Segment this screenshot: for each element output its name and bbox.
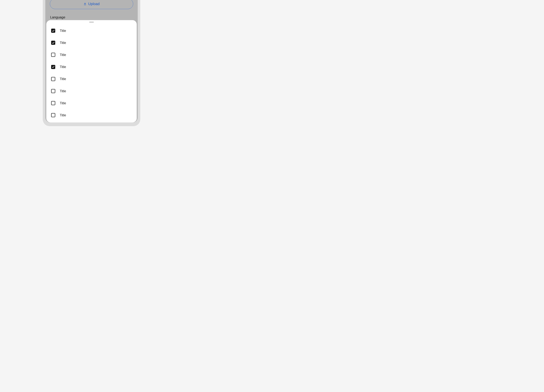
option-row[interactable]: Title — [46, 97, 137, 109]
checkbox-checked-icon[interactable] — [51, 65, 55, 69]
language-section-label: Language — [50, 15, 65, 19]
checkbox-checked-icon[interactable] — [51, 29, 55, 33]
checkbox-unchecked-icon[interactable] — [51, 77, 55, 81]
screen-background: Upload Language TitleTitleTitleTitleTitl… — [45, 0, 138, 122]
option-row[interactable]: Title — [46, 25, 137, 37]
checkbox-unchecked-icon[interactable] — [51, 101, 55, 105]
checkbox-checked-icon[interactable] — [51, 41, 55, 45]
options-list: TitleTitleTitleTitleTitleTitleTitleTitle — [46, 25, 137, 121]
option-row[interactable]: Title — [46, 109, 137, 121]
option-label: Title — [60, 89, 66, 93]
bottom-sheet: TitleTitleTitleTitleTitleTitleTitleTitle — [46, 20, 137, 122]
option-label: Title — [60, 77, 66, 81]
option-row[interactable]: Title — [46, 73, 137, 85]
upload-icon — [83, 2, 87, 5]
checkbox-unchecked-icon[interactable] — [51, 53, 55, 57]
option-row[interactable]: Title — [46, 37, 137, 49]
drag-handle[interactable] — [89, 22, 94, 22]
option-label: Title — [60, 65, 66, 69]
option-row[interactable]: Title — [46, 85, 137, 97]
checkbox-unchecked-icon[interactable] — [51, 113, 55, 117]
option-row[interactable]: Title — [46, 49, 137, 61]
device-frame: Upload Language TitleTitleTitleTitleTitl… — [43, 0, 140, 126]
option-label: Title — [60, 29, 66, 33]
option-label: Title — [60, 101, 66, 105]
upload-button-label: Upload — [88, 2, 100, 6]
option-label: Title — [60, 113, 66, 117]
checkbox-unchecked-icon[interactable] — [51, 89, 55, 93]
option-label: Title — [60, 53, 66, 57]
option-row[interactable]: Title — [46, 61, 137, 73]
option-label: Title — [60, 41, 66, 45]
upload-button[interactable]: Upload — [50, 0, 133, 9]
